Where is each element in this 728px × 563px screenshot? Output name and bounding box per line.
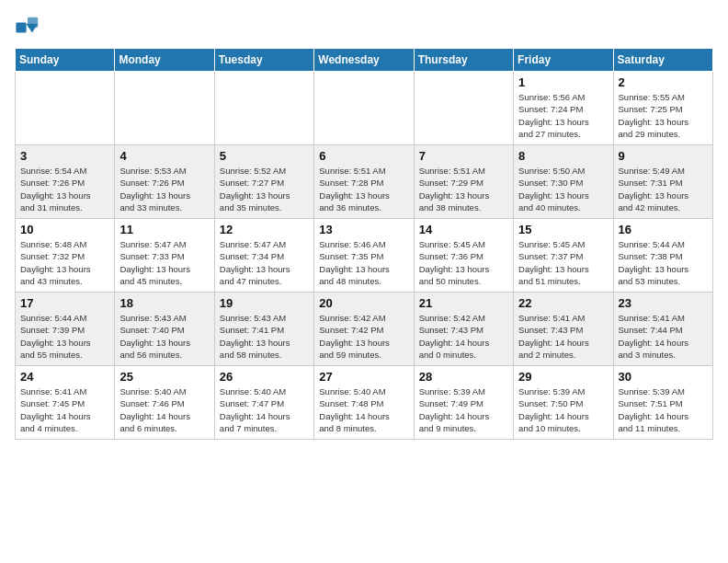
weekday-header: Friday: [514, 49, 613, 72]
calendar-cell: 9Sunrise: 5:49 AMSunset: 7:31 PMDaylight…: [613, 145, 712, 219]
calendar-cell: 4Sunrise: 5:53 AMSunset: 7:26 PMDaylight…: [115, 145, 214, 219]
day-info: Sunrise: 5:51 AMSunset: 7:29 PMDaylight:…: [419, 165, 508, 213]
calendar-cell: 14Sunrise: 5:45 AMSunset: 7:36 PMDayligh…: [414, 219, 513, 293]
day-info: Sunrise: 5:52 AMSunset: 7:27 PMDaylight:…: [220, 165, 309, 213]
calendar-cell: 17Sunrise: 5:44 AMSunset: 7:39 PMDayligh…: [16, 293, 115, 366]
calendar-cell: 6Sunrise: 5:51 AMSunset: 7:28 PMDaylight…: [314, 145, 414, 219]
day-info: Sunrise: 5:40 AMSunset: 7:47 PMDaylight:…: [220, 385, 309, 434]
calendar-cell: 3Sunrise: 5:54 AMSunset: 7:26 PMDaylight…: [16, 145, 115, 219]
day-number: 13: [319, 223, 408, 236]
calendar-cell: 10Sunrise: 5:48 AMSunset: 7:32 PMDayligh…: [16, 219, 115, 293]
day-info: Sunrise: 5:45 AMSunset: 7:36 PMDaylight:…: [419, 238, 508, 287]
calendar-cell: [16, 72, 115, 145]
day-number: 10: [20, 223, 109, 236]
day-info: Sunrise: 5:44 AMSunset: 7:39 PMDaylight:…: [20, 312, 109, 361]
calendar-cell: 26Sunrise: 5:40 AMSunset: 7:47 PMDayligh…: [214, 366, 313, 440]
calendar-cell: 19Sunrise: 5:43 AMSunset: 7:41 PMDayligh…: [214, 293, 313, 366]
day-number: 15: [518, 223, 608, 236]
day-info: Sunrise: 5:51 AMSunset: 7:28 PMDaylight:…: [319, 165, 408, 213]
day-number: 1: [518, 75, 608, 89]
day-info: Sunrise: 5:40 AMSunset: 7:48 PMDaylight:…: [319, 385, 408, 434]
weekday-header: Thursday: [414, 49, 513, 72]
calendar-week-row: 1Sunrise: 5:56 AMSunset: 7:24 PMDaylight…: [16, 72, 713, 145]
day-number: 3: [20, 149, 109, 163]
calendar-cell: 25Sunrise: 5:40 AMSunset: 7:46 PMDayligh…: [115, 366, 214, 440]
day-info: Sunrise: 5:39 AMSunset: 7:51 PMDaylight:…: [619, 385, 708, 434]
logo: [15, 15, 44, 40]
day-info: Sunrise: 5:56 AMSunset: 7:24 PMDaylight:…: [518, 91, 608, 140]
day-info: Sunrise: 5:40 AMSunset: 7:46 PMDaylight:…: [119, 385, 209, 434]
calendar-cell: 22Sunrise: 5:41 AMSunset: 7:43 PMDayligh…: [514, 293, 613, 366]
calendar-cell: [214, 72, 313, 145]
calendar-week-row: 17Sunrise: 5:44 AMSunset: 7:39 PMDayligh…: [16, 293, 713, 366]
weekday-header: Sunday: [16, 49, 115, 72]
day-info: Sunrise: 5:42 AMSunset: 7:42 PMDaylight:…: [319, 312, 408, 361]
day-info: Sunrise: 5:49 AMSunset: 7:31 PMDaylight:…: [619, 165, 708, 213]
calendar-cell: 30Sunrise: 5:39 AMSunset: 7:51 PMDayligh…: [613, 366, 712, 440]
svg-marker-2: [27, 24, 39, 33]
calendar-cell: [314, 72, 414, 145]
day-info: Sunrise: 5:39 AMSunset: 7:50 PMDaylight:…: [518, 385, 608, 434]
day-info: Sunrise: 5:41 AMSunset: 7:45 PMDaylight:…: [20, 385, 109, 434]
day-info: Sunrise: 5:55 AMSunset: 7:25 PMDaylight:…: [619, 91, 708, 140]
day-number: 16: [619, 223, 708, 236]
day-number: 22: [518, 296, 608, 310]
day-number: 11: [119, 223, 209, 236]
calendar-cell: 18Sunrise: 5:43 AMSunset: 7:40 PMDayligh…: [115, 293, 214, 366]
calendar-cell: 28Sunrise: 5:39 AMSunset: 7:49 PMDayligh…: [414, 366, 513, 440]
calendar-header-row: SundayMondayTuesdayWednesdayThursdayFrid…: [16, 49, 713, 72]
svg-rect-0: [16, 22, 26, 32]
calendar-cell: 21Sunrise: 5:42 AMSunset: 7:43 PMDayligh…: [414, 293, 513, 366]
day-info: Sunrise: 5:47 AMSunset: 7:34 PMDaylight:…: [220, 238, 309, 287]
day-number: 12: [220, 223, 309, 236]
day-number: 23: [619, 296, 708, 310]
day-number: 14: [419, 223, 508, 236]
weekday-header: Monday: [115, 49, 214, 72]
day-number: 28: [419, 370, 508, 384]
day-number: 4: [119, 149, 209, 163]
day-number: 2: [619, 75, 708, 89]
day-info: Sunrise: 5:44 AMSunset: 7:38 PMDaylight:…: [619, 238, 708, 287]
day-number: 20: [319, 296, 408, 310]
day-info: Sunrise: 5:48 AMSunset: 7:32 PMDaylight:…: [20, 238, 109, 287]
calendar-cell: 27Sunrise: 5:40 AMSunset: 7:48 PMDayligh…: [314, 366, 414, 440]
calendar-cell: 23Sunrise: 5:41 AMSunset: 7:44 PMDayligh…: [613, 293, 712, 366]
day-number: 29: [518, 370, 608, 384]
calendar-cell: 5Sunrise: 5:52 AMSunset: 7:27 PMDaylight…: [214, 145, 313, 219]
day-info: Sunrise: 5:50 AMSunset: 7:30 PMDaylight:…: [518, 165, 608, 213]
calendar-cell: 12Sunrise: 5:47 AMSunset: 7:34 PMDayligh…: [214, 219, 313, 293]
calendar-cell: 29Sunrise: 5:39 AMSunset: 7:50 PMDayligh…: [514, 366, 613, 440]
day-number: 26: [220, 370, 309, 384]
calendar-cell: 16Sunrise: 5:44 AMSunset: 7:38 PMDayligh…: [613, 219, 712, 293]
day-info: Sunrise: 5:46 AMSunset: 7:35 PMDaylight:…: [319, 238, 408, 287]
page-header: [15, 15, 713, 40]
day-info: Sunrise: 5:39 AMSunset: 7:49 PMDaylight:…: [419, 385, 508, 434]
calendar-table: SundayMondayTuesdayWednesdayThursdayFrid…: [15, 48, 713, 440]
day-number: 7: [419, 149, 508, 163]
day-number: 5: [220, 149, 309, 163]
calendar-cell: 7Sunrise: 5:51 AMSunset: 7:29 PMDaylight…: [414, 145, 513, 219]
day-info: Sunrise: 5:43 AMSunset: 7:41 PMDaylight:…: [220, 312, 309, 361]
calendar-cell: 2Sunrise: 5:55 AMSunset: 7:25 PMDaylight…: [613, 72, 712, 145]
calendar-cell: 1Sunrise: 5:56 AMSunset: 7:24 PMDaylight…: [514, 72, 613, 145]
day-info: Sunrise: 5:53 AMSunset: 7:26 PMDaylight:…: [119, 165, 209, 213]
calendar-week-row: 24Sunrise: 5:41 AMSunset: 7:45 PMDayligh…: [16, 366, 713, 440]
calendar-cell: 13Sunrise: 5:46 AMSunset: 7:35 PMDayligh…: [314, 219, 414, 293]
weekday-header: Wednesday: [314, 49, 414, 72]
calendar-cell: 11Sunrise: 5:47 AMSunset: 7:33 PMDayligh…: [115, 219, 214, 293]
day-number: 6: [319, 149, 408, 163]
day-number: 21: [419, 296, 508, 310]
calendar-cell: 8Sunrise: 5:50 AMSunset: 7:30 PMDaylight…: [514, 145, 613, 219]
day-info: Sunrise: 5:41 AMSunset: 7:43 PMDaylight:…: [518, 312, 608, 361]
day-number: 19: [220, 296, 309, 310]
day-number: 27: [319, 370, 408, 384]
day-info: Sunrise: 5:41 AMSunset: 7:44 PMDaylight:…: [619, 312, 708, 361]
day-info: Sunrise: 5:43 AMSunset: 7:40 PMDaylight:…: [119, 312, 209, 361]
weekday-header: Saturday: [613, 49, 712, 72]
day-number: 9: [619, 149, 708, 163]
day-number: 8: [518, 149, 608, 163]
calendar-cell: [414, 72, 513, 145]
day-number: 25: [119, 370, 209, 384]
calendar-cell: 15Sunrise: 5:45 AMSunset: 7:37 PMDayligh…: [514, 219, 613, 293]
calendar-week-row: 3Sunrise: 5:54 AMSunset: 7:26 PMDaylight…: [16, 145, 713, 219]
